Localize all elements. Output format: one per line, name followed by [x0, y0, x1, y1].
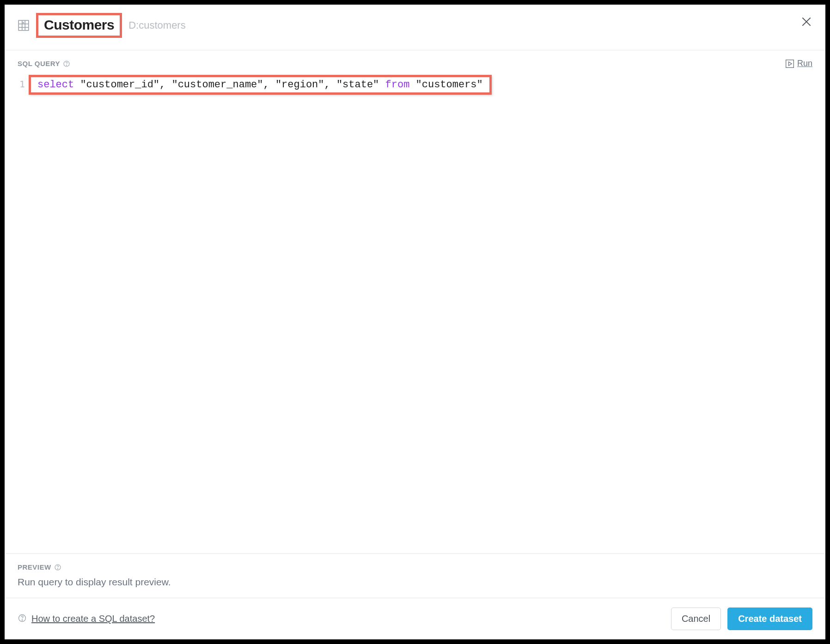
dataset-id-label: D:customers — [128, 19, 185, 31]
line-number: 1 — [18, 75, 29, 93]
sql-label-text: SQL QUERY — [18, 60, 60, 67]
sql-code-line[interactable]: select "customer_id", "customer_name", "… — [37, 79, 483, 91]
sql-section-header: SQL QUERY Run — [18, 59, 812, 68]
title-highlight: Customers — [36, 13, 122, 38]
sql-highlight-box: select "customer_id", "customer_name", "… — [29, 75, 492, 95]
close-button[interactable] — [800, 16, 812, 30]
modal-header: Customers D:customers — [5, 5, 825, 50]
preview-message: Run query to display result preview. — [18, 577, 812, 588]
create-dataset-modal: Customers D:customers SQL QUERY — [5, 5, 825, 639]
create-dataset-button[interactable]: Create dataset — [727, 608, 812, 630]
preview-section: PREVIEW Run query to display result prev… — [5, 553, 825, 598]
run-label: Run — [797, 59, 812, 68]
cancel-button[interactable]: Cancel — [671, 608, 721, 630]
preview-section-label: PREVIEW — [18, 563, 812, 571]
run-query-button[interactable]: Run — [785, 59, 812, 68]
footer-left: How to create a SQL dataset? — [18, 614, 155, 625]
sql-editor[interactable]: 1 select "customer_id", "customer_name",… — [18, 75, 812, 95]
dataset-title[interactable]: Customers — [44, 17, 114, 32]
svg-rect-0 — [18, 20, 29, 30]
help-icon[interactable] — [63, 60, 70, 67]
svg-point-8 — [66, 65, 67, 65]
help-link[interactable]: How to create a SQL dataset? — [31, 614, 155, 624]
help-icon[interactable] — [18, 614, 27, 625]
footer-actions: Cancel Create dataset — [671, 608, 812, 630]
svg-point-12 — [57, 568, 58, 569]
sql-section-label: SQL QUERY — [18, 60, 70, 67]
dataset-grid-icon — [18, 19, 30, 31]
sql-query-section: SQL QUERY Run 1 sele — [5, 50, 825, 553]
svg-rect-9 — [786, 60, 794, 67]
svg-point-14 — [22, 620, 22, 620]
preview-label-text: PREVIEW — [18, 563, 51, 571]
svg-marker-10 — [788, 61, 792, 65]
help-icon[interactable] — [54, 564, 61, 571]
modal-footer: How to create a SQL dataset? Cancel Crea… — [5, 598, 825, 639]
